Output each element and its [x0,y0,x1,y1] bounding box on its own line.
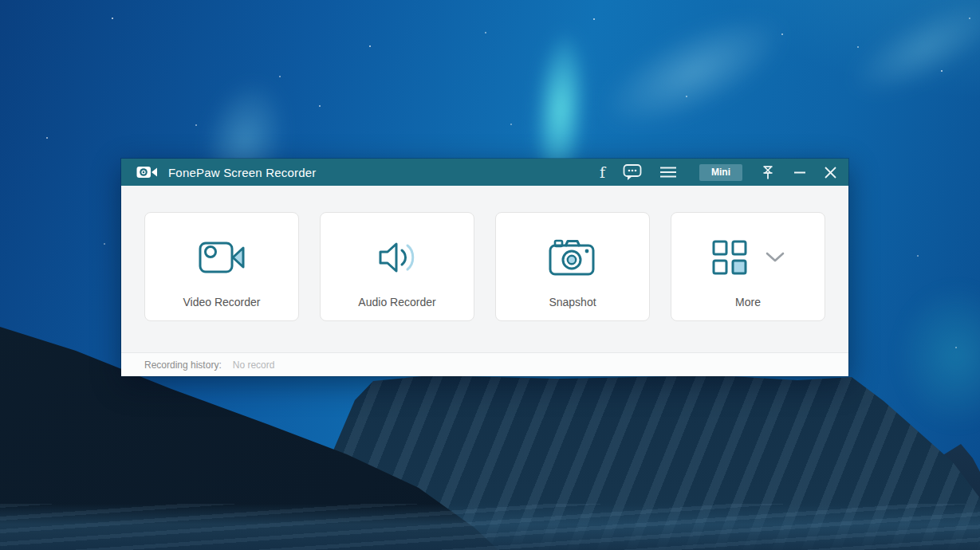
card-label: Snapshot [549,296,596,308]
close-icon[interactable] [824,163,837,182]
stars [0,0,2,2]
card-audio-recorder[interactable]: Audio Recorder [320,212,474,321]
facebook-icon[interactable]: f [600,163,605,182]
titlebar[interactable]: FonePaw Screen Recorder f [121,159,848,186]
mini-mode-button[interactable]: Mini [699,164,742,181]
aurora-streak [789,0,980,160]
camera-icon [547,238,598,281]
card-snapshot[interactable]: Snapshot [495,212,650,321]
card-label: Video Recorder [183,296,260,308]
card-label: Audio Recorder [358,296,435,308]
card-more[interactable]: More [671,212,825,321]
speaker-icon [374,238,420,280]
menu-icon[interactable] [659,163,677,182]
titlebar-actions: f [600,163,837,182]
grid-more-icon [711,239,748,279]
footer-bar: Recording history: No record [121,352,848,376]
valley-floor [0,504,980,550]
app-window: FonePaw Screen Recorder f [121,159,848,376]
main-content: Video Recorder Audio Recorder [121,186,848,352]
feedback-bubble-icon[interactable] [623,163,642,182]
card-video-recorder[interactable]: Video Recorder [144,212,299,321]
desktop-wallpaper: FonePaw Screen Recorder f [0,0,980,550]
video-camera-icon [197,238,246,280]
app-logo-video-camera-icon [136,164,159,180]
aurora-glow [861,263,980,470]
chevron-down-icon[interactable] [766,252,785,266]
recording-history-label: Recording history: [144,359,222,371]
pin-on-top-icon[interactable] [760,163,776,182]
minimize-icon[interactable] [793,163,806,182]
recording-history-value: No record [233,359,275,371]
card-label: More [735,296,761,308]
window-title: FonePaw Screen Recorder [168,166,317,179]
